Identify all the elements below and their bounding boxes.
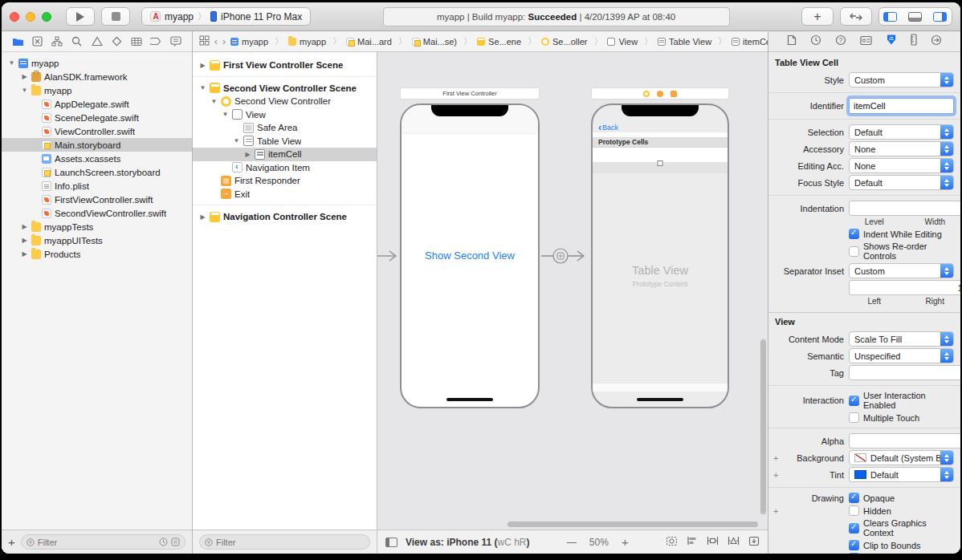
scene-title-first-view-controller[interactable]: First View Controller (400, 87, 540, 99)
disclosure-triangle[interactable]: ▶ (21, 73, 28, 80)
stop-button[interactable] (101, 7, 130, 26)
disclosure-triangle[interactable]: ▼ (8, 59, 15, 67)
file-row[interactable]: ▶myappTests (2, 220, 192, 233)
indentation-level-field[interactable] (849, 201, 960, 216)
file-row[interactable]: ▶AlanSDK.framework (2, 70, 192, 83)
file-row[interactable]: SceneDelegate.swift (2, 111, 192, 124)
view-controller-icon[interactable] (643, 91, 650, 97)
outline-row[interactable]: ▶Navigation Controller Scene (193, 210, 377, 224)
update-frames-icon[interactable] (666, 536, 678, 549)
multiple-touch-checkbox[interactable] (849, 412, 859, 423)
background-color-swatch[interactable] (854, 453, 866, 462)
add-constraints-icon[interactable] (707, 536, 719, 548)
close-window-button[interactable] (10, 12, 19, 22)
tint-color-swatch[interactable] (854, 470, 866, 479)
test-navigator-icon[interactable] (110, 35, 123, 48)
horizontal-scrollbar[interactable] (507, 521, 758, 527)
file-row[interactable]: LaunchScreen.storyboard (2, 165, 192, 179)
back-nav-button[interactable]: ‹Back (598, 123, 618, 132)
outline-row[interactable]: Navigation Item (193, 161, 377, 175)
identifier-input[interactable] (854, 101, 949, 111)
minimize-window-button[interactable] (26, 12, 35, 22)
show-second-view-button[interactable]: Show Second View (402, 250, 538, 262)
symbol-navigator-icon[interactable] (51, 35, 63, 48)
editing-acc-dropdown[interactable]: None (849, 158, 954, 173)
inspector-toggle-icon[interactable] (933, 12, 947, 22)
run-button[interactable] (66, 7, 95, 26)
outline-row[interactable]: ▼View (193, 108, 377, 122)
selection-handle[interactable] (658, 160, 663, 166)
outline-toggle-icon[interactable] (385, 538, 397, 547)
disclosure-triangle[interactable]: ▼ (21, 87, 28, 94)
clip-to-bounds-checkbox[interactable] (849, 540, 859, 550)
tint-dropdown[interactable]: Default (849, 467, 954, 482)
outline-row[interactable]: ▼Second View Controller Scene (193, 82, 377, 95)
semantic-dropdown[interactable]: Unspecified (849, 348, 954, 363)
identifier-field[interactable] (849, 98, 954, 114)
add-file-button[interactable]: + (8, 536, 15, 548)
file-inspector-icon[interactable] (787, 34, 797, 49)
style-dropdown[interactable]: Custom (849, 72, 954, 87)
back-button[interactable]: ‹ (214, 36, 218, 47)
add-variation-button[interactable]: + (773, 506, 778, 516)
outline-row[interactable]: ▼Table View (193, 135, 377, 148)
autoresize-checkbox[interactable] (849, 553, 859, 554)
outline-row[interactable]: Safe Area (193, 121, 377, 135)
navigator-filter-field[interactable] (21, 534, 185, 550)
breadcrumb[interactable]: Mai...se)〉 (412, 35, 472, 47)
file-row[interactable]: Assets.xcassets (2, 152, 192, 165)
disclosure-triangle[interactable]: ▼ (233, 137, 240, 144)
user-interaction-checkbox[interactable] (849, 396, 859, 406)
hidden-checkbox[interactable] (849, 505, 859, 516)
add-variation-button[interactable]: + (773, 470, 778, 480)
exit-icon[interactable] (671, 91, 677, 97)
separator-inset-dropdown[interactable]: Custom (849, 263, 954, 278)
clears-graphics-checkbox[interactable] (849, 523, 859, 534)
first-responder-icon[interactable] (657, 91, 663, 97)
selection-dropdown[interactable]: Default (849, 124, 954, 140)
file-row-selected[interactable]: Main.storyboard (2, 138, 192, 152)
attributes-inspector-icon[interactable] (886, 34, 897, 49)
breadcrumb[interactable]: Se...oller〉 (541, 35, 602, 47)
breadcrumb[interactable]: Mai...ard〉 (346, 35, 407, 47)
project-navigator-icon[interactable] (11, 35, 24, 48)
disclosure-triangle[interactable]: ▶ (21, 237, 28, 244)
zoom-out-button[interactable]: — (567, 537, 577, 548)
disclosure-triangle[interactable]: ▶ (21, 250, 28, 258)
zoom-level[interactable]: 50% (589, 537, 609, 548)
breadcrumb[interactable]: Table View〉 (658, 35, 727, 47)
quick-help-icon[interactable]: ? (835, 34, 846, 49)
disclosure-triangle[interactable]: ▼ (222, 111, 229, 118)
outline-row[interactable]: ▶First View Controller Scene (193, 59, 377, 72)
outline-filter-input[interactable] (216, 538, 365, 547)
debug-area-toggle-icon[interactable] (908, 12, 922, 22)
file-row[interactable]: Info.plist (2, 179, 192, 193)
scheme-selector[interactable]: myapp 〉 iPhone 11 Pro Max (141, 7, 311, 26)
navigator-toggle-icon[interactable] (883, 12, 897, 22)
recents-clock-icon[interactable] (159, 538, 168, 546)
code-review-button[interactable] (840, 7, 872, 26)
accessory-dropdown[interactable]: None (849, 141, 954, 156)
related-items-icon[interactable] (199, 35, 210, 48)
storyboard-canvas[interactable]: First View Controller Show Second View (377, 52, 768, 530)
size-inspector-icon[interactable] (911, 34, 917, 49)
disclosure-triangle[interactable]: ▼ (210, 98, 218, 105)
history-inspector-icon[interactable] (810, 34, 821, 49)
disclosure-triangle[interactable]: ▶ (244, 151, 251, 158)
add-variation-button[interactable]: + (773, 453, 778, 463)
zoom-in-button[interactable]: + (622, 535, 629, 549)
source-control-icon[interactable] (31, 35, 44, 48)
zoom-window-button[interactable] (42, 12, 51, 22)
connections-inspector-icon[interactable] (931, 34, 942, 49)
align-icon[interactable] (687, 536, 698, 548)
breadcrumb[interactable]: myapp〉 (288, 35, 341, 47)
breadcrumb[interactable]: myapp〉 (230, 35, 283, 47)
outline-row-selected[interactable]: ▶itemCell (193, 148, 377, 161)
identity-inspector-icon[interactable] (860, 34, 872, 49)
disclosure-triangle[interactable]: ▶ (21, 223, 28, 230)
focus-style-dropdown[interactable]: Default (849, 175, 954, 190)
breadcrumb[interactable]: itemCell (732, 37, 768, 47)
content-mode-dropdown[interactable]: Scale To Fill (849, 331, 954, 347)
alpha-field[interactable] (849, 433, 960, 448)
debug-navigator-icon[interactable] (130, 35, 143, 48)
